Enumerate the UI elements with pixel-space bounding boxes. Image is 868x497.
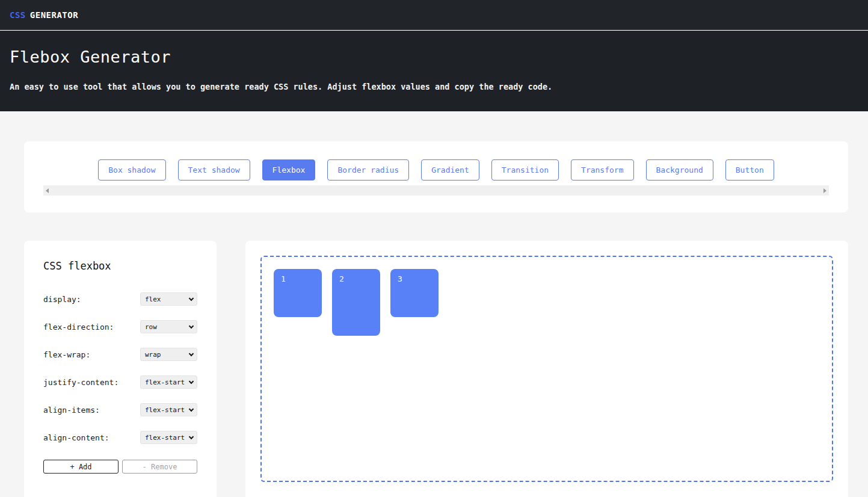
control-row-align-content: align-content: flex-start	[43, 424, 197, 451]
tab-transition[interactable]: Transition	[491, 159, 559, 181]
item-count-buttons: + Add - Remove	[43, 460, 197, 474]
hero-header: Flebox Generator An easy to use tool tha…	[0, 31, 868, 111]
tab-transform[interactable]: Transform	[571, 159, 633, 181]
add-item-button[interactable]: + Add	[43, 460, 119, 474]
flex-item-1: 1	[274, 269, 322, 317]
align-items-label: align-items:	[43, 406, 100, 415]
flexbox-settings-panel: CSS flexbox display: flex flex-direction…	[24, 241, 217, 497]
align-content-select[interactable]: flex-start	[140, 431, 197, 444]
display-select-wrap: flex	[140, 292, 197, 306]
justify-content-label: justify-content:	[43, 378, 119, 387]
justify-content-select-wrap: flex-start	[140, 375, 197, 389]
tab-background[interactable]: Background	[646, 159, 713, 181]
flex-direction-select-wrap: row	[140, 320, 197, 334]
control-row-flex-wrap: flex-wrap: wrap	[43, 341, 197, 368]
tab-gradient[interactable]: Gradient	[421, 159, 479, 181]
align-content-label: align-content:	[43, 433, 109, 442]
justify-content-select[interactable]: flex-start	[140, 375, 197, 389]
tab-box-shadow[interactable]: Box shadow	[98, 159, 165, 181]
control-row-justify-content: justify-content: flex-start	[43, 368, 197, 396]
display-label: display:	[43, 295, 81, 304]
align-items-select[interactable]: flex-start	[140, 403, 197, 416]
control-row-display: display: flex	[43, 285, 197, 313]
flex-container-preview: 1 2 3	[260, 256, 833, 482]
tab-button[interactable]: Button	[725, 159, 774, 181]
flex-item-2: 2	[332, 269, 380, 336]
align-items-select-wrap: flex-start	[140, 403, 197, 417]
flex-wrap-select-wrap: wrap	[140, 348, 197, 362]
flex-wrap-label: flex-wrap:	[43, 350, 90, 359]
panel-title: CSS flexbox	[43, 260, 197, 272]
scroll-left-icon[interactable]	[46, 188, 49, 193]
tab-flexbox[interactable]: Flexbox	[262, 159, 316, 181]
control-row-align-items: align-items: flex-start	[43, 396, 197, 424]
brand-generator-text: GENERATOR	[30, 10, 78, 20]
flex-wrap-select[interactable]: wrap	[140, 348, 197, 361]
brand-css-text: CSS	[10, 10, 26, 20]
display-select[interactable]: flex	[140, 292, 197, 306]
page-title: Flebox Generator	[10, 48, 858, 66]
tabs-horizontal-scrollbar[interactable]	[43, 185, 829, 196]
top-navbar: CSSGENERATOR	[0, 0, 868, 30]
tab-border-radius[interactable]: Border radius	[327, 159, 409, 181]
align-content-select-wrap: flex-start	[140, 431, 197, 445]
page-subtitle: An easy to use tool that allows you to g…	[10, 82, 858, 91]
control-row-flex-direction: flex-direction: row	[43, 313, 197, 341]
flex-item-3: 3	[390, 269, 439, 317]
flexbox-preview-card: 1 2 3	[245, 241, 848, 497]
remove-item-button[interactable]: - Remove	[122, 460, 197, 474]
generator-tabs-card: Box shadow Text shadow Flexbox Border ra…	[24, 141, 848, 212]
generator-tabs: Box shadow Text shadow Flexbox Border ra…	[24, 159, 848, 181]
flex-direction-select[interactable]: row	[140, 320, 197, 333]
flex-direction-label: flex-direction:	[43, 323, 114, 332]
tab-text-shadow[interactable]: Text shadow	[178, 159, 250, 181]
scroll-right-icon[interactable]	[823, 188, 826, 193]
brand-logo[interactable]: CSSGENERATOR	[10, 10, 78, 20]
